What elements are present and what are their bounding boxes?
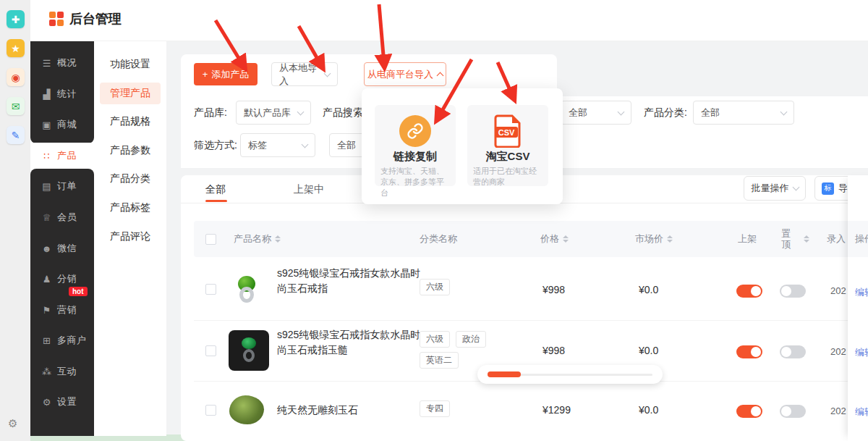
weibo-app-icon[interactable]: ◉ <box>7 68 25 86</box>
col-category: 分类名称 <box>420 221 457 257</box>
sidebar-item-statistics[interactable]: ▟ 统计 <box>30 81 94 107</box>
product-name: 纯天然无雕刻玉石 <box>277 403 422 418</box>
note-edit-app-icon[interactable]: ✎ <box>7 126 25 144</box>
submenu-item-manage-products[interactable]: 管理产品 <box>100 83 161 104</box>
pinned-toggle[interactable] <box>780 405 806 418</box>
row-checkbox[interactable] <box>205 345 216 356</box>
link-copy-title: 链接复制 <box>375 150 456 164</box>
import-progress-bar <box>477 365 663 384</box>
add-product-button[interactable]: + 添加产品 <box>194 63 258 85</box>
sidebar-item-settings[interactable]: ⚙ 设置 <box>30 389 94 415</box>
product-image <box>229 330 269 371</box>
sidebar-item-members[interactable]: ♕ 会员 <box>30 204 94 230</box>
select-all-checkbox[interactable] <box>205 234 216 245</box>
filter-mode-label: 筛选方式: <box>194 139 237 152</box>
table-row: 纯天然无雕刻玉石 专四 ¥1299 ¥0.0 202 <box>194 382 868 441</box>
pinned-toggle[interactable] <box>780 345 806 358</box>
product-image <box>230 272 263 306</box>
entry-date: 202 <box>830 346 846 357</box>
col-product-name: 产品名称 <box>234 221 281 257</box>
status-select[interactable]: 全部 <box>561 101 631 125</box>
sidebar-item-multi-merchant[interactable]: ⊞ 多商户 <box>30 327 94 353</box>
platform-import-popup: 链接复制 支持淘宝、天猫、京东、拼多多等平台 CSV 淘宝CSV 适用于已在淘宝… <box>362 88 563 204</box>
sidebar-item-label: 会员 <box>57 211 77 224</box>
edit-link[interactable]: 编辑 <box>855 406 868 419</box>
col-market-price: 市场价 <box>635 221 673 257</box>
hot-badge: hot <box>69 287 88 296</box>
edit-link[interactable]: 编辑 <box>855 346 868 359</box>
sort-icon[interactable] <box>800 221 809 257</box>
on-shelf-toggle[interactable] <box>736 285 762 298</box>
active-tab-underline <box>205 200 227 202</box>
product-name: s925纯银绿宝石戒指女款水晶时尚玉石戒指玉髓 <box>277 327 422 358</box>
local-import-select[interactable]: 从本地导入 <box>271 62 338 86</box>
submenu-item-product-reviews[interactable]: 产品评论 <box>100 226 161 248</box>
pinned-toggle[interactable] <box>780 285 806 298</box>
admin-page: 10:05 ✚ ★ ◉ ✉ ✎ ⚙ 后台管理 ☰ 概况 ▟ 统计 ▣ 商城 ∷ … <box>0 0 868 441</box>
fixed-action-column: 操作 编辑 编辑 编辑 <box>848 175 868 441</box>
chevron-down-icon <box>302 140 309 148</box>
clipboard-icon: ▤ <box>41 181 52 192</box>
row-checkbox[interactable] <box>205 284 216 295</box>
csv-file-icon: CSV <box>493 114 522 148</box>
plus-icon: + <box>203 69 208 80</box>
platform-import-button[interactable]: 从电商平台导入 <box>364 62 446 86</box>
row-checkbox[interactable] <box>205 405 216 416</box>
sidebar-item-orders[interactable]: ▤ 订单 <box>30 173 94 199</box>
product-submenu: 功能设置 管理产品 产品规格 产品参数 产品分类 产品标签 产品评论 <box>94 41 166 436</box>
edit-link[interactable]: 编辑 <box>855 286 868 299</box>
chevron-down-icon <box>792 184 799 191</box>
chevron-down-icon <box>324 70 331 77</box>
sidebar-item-product[interactable]: ∷ 产品 <box>30 143 94 169</box>
chevron-down-icon <box>618 108 625 115</box>
submenu-item-product-params[interactable]: 产品参数 <box>100 140 161 161</box>
sidebar-item-overview[interactable]: ☰ 概况 <box>30 50 94 76</box>
mail-app-icon[interactable]: ✉ <box>7 97 25 115</box>
medical-plus-app-icon[interactable]: ✚ <box>7 10 25 28</box>
sidebar-item-label: 订单 <box>57 180 77 193</box>
category-select[interactable]: 全部 <box>693 101 794 125</box>
taobao-csv-title: 淘宝CSV <box>467 150 548 164</box>
submenu-item-function-settings[interactable]: 功能设置 <box>100 54 161 75</box>
sidebar-item-label: 设置 <box>57 395 77 408</box>
main-sidebar: ☰ 概况 ▟ 统计 ▣ 商城 ∷ 产品 ▤ 订单 ♕ 会员 ☻ 微信 ♟ 分销 … <box>30 41 94 436</box>
sidebar-item-label: 营销 <box>57 303 77 316</box>
four-dots-icon: ∷ <box>41 151 52 161</box>
app-logo-icon <box>49 12 64 26</box>
sort-icon[interactable] <box>275 235 281 243</box>
sidebar-item-label: 多商户 <box>57 334 87 347</box>
sidebar-item-label: 产品 <box>57 149 77 162</box>
tag-chip: 政治 <box>456 331 486 348</box>
tab-on-shelf[interactable]: 上架中 <box>294 183 324 196</box>
submenu-item-product-tags[interactable]: 产品标签 <box>100 197 161 219</box>
sort-icon[interactable] <box>667 235 673 243</box>
price-value: ¥998 <box>542 284 565 295</box>
sort-icon[interactable] <box>563 235 569 243</box>
app-header: 后台管理 <box>30 0 868 41</box>
library-select[interactable]: 默认产品库 <box>236 101 311 125</box>
taobao-csv-desc: 适用于已在淘宝经营的商家 <box>473 166 542 188</box>
taobao-csv-card[interactable]: CSV 淘宝CSV 适用于已在淘宝经营的商家 <box>467 105 548 186</box>
sidebar-item-label: 微信 <box>57 242 77 255</box>
tab-all[interactable]: 全部 <box>205 183 226 196</box>
gear-icon: ⚙ <box>41 397 52 408</box>
star-app-icon[interactable]: ★ <box>7 39 25 57</box>
price-value: ¥1299 <box>542 404 571 416</box>
sidebar-item-marketing[interactable]: ⚑ 营销 <box>30 297 94 323</box>
tag-chip: 六级 <box>420 331 450 348</box>
col-price: 价格 <box>540 221 569 257</box>
col-entry: 录入 <box>827 221 846 257</box>
sidebar-item-mall[interactable]: ▣ 商城 <box>30 112 94 138</box>
sidebar-item-interaction[interactable]: ⁂ 互动 <box>30 358 94 385</box>
sidebar-item-wechat[interactable]: ☻ 微信 <box>30 235 94 261</box>
page-title: 后台管理 <box>69 10 122 28</box>
on-shelf-toggle[interactable] <box>736 345 762 358</box>
link-copy-card[interactable]: 链接复制 支持淘宝、天猫、京东、拼多多等平台 <box>375 105 456 186</box>
submenu-item-product-categories[interactable]: 产品分类 <box>100 168 161 190</box>
filter-mode-select[interactable]: 标签 <box>240 133 315 157</box>
dock-settings-gear-icon[interactable]: ⚙ <box>8 417 17 430</box>
on-shelf-toggle[interactable] <box>736 405 762 418</box>
submenu-item-product-specs[interactable]: 产品规格 <box>100 111 161 133</box>
batch-operations-button[interactable]: 批量操作 <box>744 176 806 201</box>
shop-bag-icon: ▣ <box>41 119 52 130</box>
